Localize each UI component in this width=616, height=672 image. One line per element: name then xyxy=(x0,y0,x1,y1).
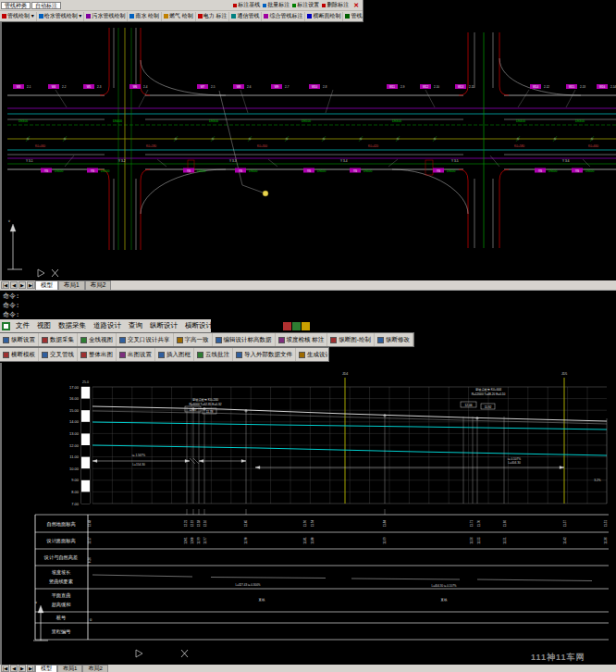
svg-text:桩号: 桩号 xyxy=(55,615,66,620)
svg-text:YS: YS xyxy=(575,169,579,173)
toolbar-button[interactable]: 编辑设计标高数据 xyxy=(213,333,276,346)
toolbar-button[interactable]: 纵断设置 xyxy=(0,333,39,346)
toolbar-button[interactable]: 整体出图 xyxy=(78,348,117,361)
menu-纵断设计[interactable]: 纵断设计 xyxy=(146,321,181,330)
command-line[interactable]: 命令: xyxy=(3,310,613,319)
pipeline-tool-icon xyxy=(39,14,43,19)
toolbar-button-icon xyxy=(278,337,285,343)
toolbar-button[interactable]: 交叉管线 xyxy=(39,348,78,361)
command-line-area[interactable]: 命令:命令:命令: xyxy=(0,290,616,319)
menubar-icon-1[interactable] xyxy=(283,322,291,330)
profile-canvas[interactable]: 25.017.0016.0015.0014.0013.0012.0011.001… xyxy=(0,363,616,665)
pipeline-tool-button[interactable]: 污水管线绘制 xyxy=(84,12,128,21)
profile-tab-2[interactable]: 布局1 xyxy=(57,665,82,672)
plan-nav-arrow[interactable]: ▶| xyxy=(27,281,35,289)
profile-nav-arrow[interactable]: ▶ xyxy=(18,665,26,672)
plan-tab-1[interactable]: 模型 xyxy=(35,280,58,291)
menubar-icon-2[interactable] xyxy=(292,322,301,330)
toolbar-button-icon xyxy=(216,337,222,343)
toolbar-button[interactable]: 字高一致 xyxy=(174,333,213,346)
pipeline-tool-icon xyxy=(86,14,91,19)
profile-tab-3[interactable]: 布局2 xyxy=(82,665,107,672)
svg-text:W6: W6 xyxy=(133,85,138,89)
pipeline-tool-button[interactable]: 管线绘制 ▾ xyxy=(0,12,37,21)
toolbar-button[interactable]: 全线视图 xyxy=(78,333,117,346)
svg-text:11.55: 11.55 xyxy=(477,537,481,544)
plan-tab-3[interactable]: 布局2 xyxy=(85,280,112,291)
toolbar-button[interactable]: 生成设计数据 xyxy=(296,348,329,361)
plan-nav-arrow[interactable]: |◀ xyxy=(1,281,9,289)
menu-工具[interactable]: 工具 xyxy=(238,321,259,330)
menu-帮助[interactable]: 帮助 xyxy=(259,321,280,330)
annotation-tool-button[interactable]: 标注设置 xyxy=(292,1,319,9)
pipeline-tool-button[interactable]: 综合管线标注 xyxy=(262,12,305,21)
toolbar-button[interactable]: 绘制横断面图 xyxy=(413,333,414,346)
toolbar-button[interactable]: 插入图框 xyxy=(155,348,194,361)
annotation-tool-button[interactable]: 删除标注 xyxy=(322,1,349,9)
toolbar-button[interactable]: 云线批注 xyxy=(194,348,233,361)
command-line[interactable]: 命令: xyxy=(3,292,613,301)
toolbar-button[interactable]: 纵断修改 xyxy=(375,333,413,346)
svg-text:2-10: 2-10 xyxy=(434,85,439,89)
profile-nav-arrow[interactable]: ◀ xyxy=(10,665,18,672)
plan-nav-arrow[interactable]: ▶ xyxy=(18,281,26,289)
svg-text:12.16: 12.16 xyxy=(203,519,207,527)
plan-tab-2[interactable]: 布局1 xyxy=(58,280,85,291)
pipeline-tool-button[interactable]: 通信管线 xyxy=(229,12,262,21)
svg-text:15.00: 15.00 xyxy=(69,408,80,413)
palette-tab[interactable]: 管线种类 xyxy=(1,2,31,9)
pipeline-tool-icon xyxy=(2,14,6,19)
profile-tab-1[interactable]: 模型 xyxy=(35,665,57,672)
svg-text:平面直曲: 平面直曲 xyxy=(52,592,71,599)
pipeline-tool-button[interactable]: 雨水 绘制 xyxy=(128,12,162,21)
profile-nav-arrow[interactable]: |◀ xyxy=(1,665,9,672)
menu-视图[interactable]: 视图 xyxy=(33,321,55,330)
pipeline-tool-button[interactable]: 燃气 绘制 xyxy=(162,12,196,21)
menu-文件[interactable]: 文件 xyxy=(12,321,33,330)
pipeline-tool-button[interactable]: 电力 标注 xyxy=(196,12,230,21)
svg-text:L=327.43 i=-0.300%: L=327.43 i=-0.300% xyxy=(235,583,260,587)
profile-nav-arrow[interactable]: ▶| xyxy=(27,665,35,672)
svg-text:12.06: 12.06 xyxy=(465,404,473,407)
svg-text:Y 3-6: Y 3-6 xyxy=(562,159,570,163)
toolbar-button-icon xyxy=(42,352,48,358)
toolbar-button[interactable]: 数据采集 xyxy=(39,333,78,346)
toolbar-button[interactable]: 坡度检核 标注 xyxy=(276,333,328,346)
svg-text:12.17: 12.17 xyxy=(88,537,92,544)
svg-text:DN400: DN400 xyxy=(516,119,525,123)
toolbar-button[interactable]: 纵断图-绘制 xyxy=(327,333,375,346)
plan-canvas[interactable]: ∨W32-1W42-2W52-3W62-4W72-5W82-6W92-7W102… xyxy=(0,21,616,280)
svg-text:17.00: 17.00 xyxy=(69,385,80,390)
pipeline-tool-button[interactable]: 给水管线绘制 ▾ xyxy=(37,12,85,21)
menu-查询[interactable]: 查询 xyxy=(125,321,146,330)
svg-text:11.80: 11.80 xyxy=(311,537,314,544)
toolbar-button[interactable]: 出图设置 xyxy=(117,348,155,361)
svg-text:L=404.30 i=-0.107%: L=404.30 i=-0.107% xyxy=(431,584,456,588)
svg-text:W9: W9 xyxy=(275,85,279,89)
toolbar-button[interactable]: 横断模板 xyxy=(0,348,39,361)
menu-数据采集[interactable]: 数据采集 xyxy=(55,321,90,330)
svg-text:Y 3-2: Y 3-2 xyxy=(118,159,126,163)
svg-text:设计与自然高差: 设计与自然高差 xyxy=(43,554,78,561)
annotation-tool-button[interactable]: 批量标注 xyxy=(263,1,290,9)
menu-三维[interactable]: 三维 xyxy=(216,321,238,330)
palette-close-button[interactable]: ✕ xyxy=(351,2,361,9)
svg-text:YS: YS xyxy=(353,169,357,173)
svg-text:DN500: DN500 xyxy=(363,169,373,173)
svg-text:W16: W16 xyxy=(599,85,606,89)
annotation-tool-button[interactable]: 标注基线 xyxy=(233,1,260,9)
palette-tab[interactable]: 自动标注 xyxy=(31,2,61,9)
pipeline-tool-button[interactable]: 横断面绘制 xyxy=(305,12,343,21)
toolbar-button[interactable]: 导入外部数据文件 xyxy=(233,348,296,361)
menubar-icon-3[interactable] xyxy=(302,322,310,330)
menu-道路设计[interactable]: 道路设计 xyxy=(90,321,125,330)
pipeline-tool-button[interactable]: 管线标注 xyxy=(343,12,363,21)
svg-text:11.96: 11.96 xyxy=(303,520,307,528)
svg-text:超高缓和: 超高缓和 xyxy=(52,602,71,608)
command-line[interactable]: 命令: xyxy=(3,301,613,310)
plan-nav-arrow[interactable]: ◀ xyxy=(10,281,18,289)
menu-横断设计[interactable]: 横断设计 xyxy=(181,321,216,330)
app-logo-icon xyxy=(2,322,10,330)
toolbar-button[interactable]: 交叉口设计共享 xyxy=(117,333,174,346)
window-border-left-top xyxy=(0,0,2,280)
